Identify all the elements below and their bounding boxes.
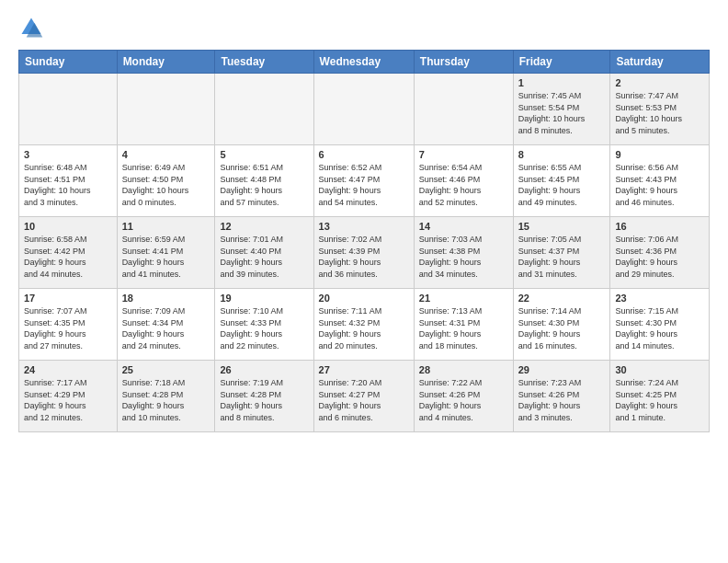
day-number: 28 <box>419 364 508 375</box>
calendar-day: 30Sunrise: 7:24 AM Sunset: 4:25 PM Dayli… <box>610 361 710 432</box>
day-info: Sunrise: 6:55 AM Sunset: 4:45 PM Dayligh… <box>518 162 606 208</box>
day-number: 19 <box>220 293 308 304</box>
day-info: Sunrise: 7:23 AM Sunset: 4:26 PM Dayligh… <box>518 377 606 423</box>
calendar-day: 5Sunrise: 6:51 AM Sunset: 4:48 PM Daylig… <box>215 145 313 217</box>
header-day: Monday <box>117 51 215 74</box>
day-info: Sunrise: 6:54 AM Sunset: 4:46 PM Dayligh… <box>419 162 508 208</box>
day-info: Sunrise: 7:01 AM Sunset: 4:40 PM Dayligh… <box>220 234 308 280</box>
day-number: 4 <box>122 149 210 160</box>
day-number: 30 <box>615 364 704 375</box>
calendar-day: 18Sunrise: 7:09 AM Sunset: 4:34 PM Dayli… <box>117 289 215 361</box>
day-info: Sunrise: 6:56 AM Sunset: 4:43 PM Dayligh… <box>615 162 704 208</box>
day-number: 2 <box>615 77 704 88</box>
calendar-day: 8Sunrise: 6:55 AM Sunset: 4:45 PM Daylig… <box>513 145 610 217</box>
header-day: Sunday <box>19 51 118 74</box>
day-number: 3 <box>24 149 112 160</box>
calendar-day: 22Sunrise: 7:14 AM Sunset: 4:30 PM Dayli… <box>513 289 610 361</box>
day-number: 6 <box>319 149 409 160</box>
calendar-day <box>19 74 118 145</box>
day-number: 21 <box>419 293 508 304</box>
calendar-day: 16Sunrise: 7:06 AM Sunset: 4:36 PM Dayli… <box>610 217 710 289</box>
day-info: Sunrise: 7:09 AM Sunset: 4:34 PM Dayligh… <box>122 305 210 351</box>
day-info: Sunrise: 6:51 AM Sunset: 4:48 PM Dayligh… <box>220 162 308 208</box>
calendar-day: 11Sunrise: 6:59 AM Sunset: 4:41 PM Dayli… <box>117 217 215 289</box>
header-day: Thursday <box>414 51 513 74</box>
day-info: Sunrise: 7:11 AM Sunset: 4:32 PM Dayligh… <box>319 305 409 351</box>
logo <box>18 15 48 40</box>
day-number: 13 <box>319 221 409 232</box>
day-number: 27 <box>319 364 409 375</box>
logo-icon <box>18 15 44 40</box>
calendar-day: 28Sunrise: 7:22 AM Sunset: 4:26 PM Dayli… <box>414 361 513 432</box>
calendar-week: 10Sunrise: 6:58 AM Sunset: 4:42 PM Dayli… <box>19 217 710 289</box>
calendar-header: SundayMondayTuesdayWednesdayThursdayFrid… <box>19 51 710 74</box>
header-day: Friday <box>513 51 610 74</box>
day-number: 20 <box>319 293 409 304</box>
calendar-day <box>215 74 313 145</box>
day-info: Sunrise: 7:47 AM Sunset: 5:53 PM Dayligh… <box>615 90 704 136</box>
day-number: 18 <box>122 293 210 304</box>
calendar-day: 26Sunrise: 7:19 AM Sunset: 4:28 PM Dayli… <box>215 361 313 432</box>
day-number: 15 <box>518 221 606 232</box>
day-info: Sunrise: 7:02 AM Sunset: 4:39 PM Dayligh… <box>319 234 409 280</box>
calendar-day: 29Sunrise: 7:23 AM Sunset: 4:26 PM Dayli… <box>513 361 610 432</box>
day-info: Sunrise: 7:20 AM Sunset: 4:27 PM Dayligh… <box>319 377 409 423</box>
calendar-day: 17Sunrise: 7:07 AM Sunset: 4:35 PM Dayli… <box>19 289 118 361</box>
day-number: 24 <box>24 364 112 375</box>
calendar-day: 21Sunrise: 7:13 AM Sunset: 4:31 PM Dayli… <box>414 289 513 361</box>
day-info: Sunrise: 7:14 AM Sunset: 4:30 PM Dayligh… <box>518 305 606 351</box>
calendar-day: 7Sunrise: 6:54 AM Sunset: 4:46 PM Daylig… <box>414 145 513 217</box>
calendar-week: 17Sunrise: 7:07 AM Sunset: 4:35 PM Dayli… <box>19 289 710 361</box>
day-number: 1 <box>518 77 606 88</box>
calendar-table: SundayMondayTuesdayWednesdayThursdayFrid… <box>18 50 710 432</box>
day-info: Sunrise: 6:52 AM Sunset: 4:47 PM Dayligh… <box>319 162 409 208</box>
calendar-week: 24Sunrise: 7:17 AM Sunset: 4:29 PM Dayli… <box>19 361 710 432</box>
day-number: 16 <box>615 221 704 232</box>
day-info: Sunrise: 7:45 AM Sunset: 5:54 PM Dayligh… <box>518 90 606 136</box>
calendar-day: 25Sunrise: 7:18 AM Sunset: 4:28 PM Dayli… <box>117 361 215 432</box>
calendar-body: 1Sunrise: 7:45 AM Sunset: 5:54 PM Daylig… <box>19 74 710 432</box>
day-info: Sunrise: 7:24 AM Sunset: 4:25 PM Dayligh… <box>615 377 704 423</box>
calendar-day: 4Sunrise: 6:49 AM Sunset: 4:50 PM Daylig… <box>117 145 215 217</box>
calendar-day: 24Sunrise: 7:17 AM Sunset: 4:29 PM Dayli… <box>19 361 118 432</box>
day-info: Sunrise: 7:07 AM Sunset: 4:35 PM Dayligh… <box>24 305 112 351</box>
day-number: 11 <box>122 221 210 232</box>
header-day: Tuesday <box>215 51 313 74</box>
day-info: Sunrise: 7:10 AM Sunset: 4:33 PM Dayligh… <box>220 305 308 351</box>
header <box>18 15 710 40</box>
calendar-day <box>414 74 513 145</box>
calendar-day: 13Sunrise: 7:02 AM Sunset: 4:39 PM Dayli… <box>313 217 414 289</box>
header-day: Wednesday <box>313 51 414 74</box>
day-info: Sunrise: 7:05 AM Sunset: 4:37 PM Dayligh… <box>518 234 606 280</box>
day-number: 25 <box>122 364 210 375</box>
calendar-day: 19Sunrise: 7:10 AM Sunset: 4:33 PM Dayli… <box>215 289 313 361</box>
day-number: 5 <box>220 149 308 160</box>
calendar-day: 6Sunrise: 6:52 AM Sunset: 4:47 PM Daylig… <box>313 145 414 217</box>
day-info: Sunrise: 7:15 AM Sunset: 4:30 PM Dayligh… <box>615 305 704 351</box>
day-number: 26 <box>220 364 308 375</box>
day-number: 8 <box>518 149 606 160</box>
day-info: Sunrise: 7:19 AM Sunset: 4:28 PM Dayligh… <box>220 377 308 423</box>
calendar-day: 20Sunrise: 7:11 AM Sunset: 4:32 PM Dayli… <box>313 289 414 361</box>
calendar-day: 12Sunrise: 7:01 AM Sunset: 4:40 PM Dayli… <box>215 217 313 289</box>
calendar-week: 1Sunrise: 7:45 AM Sunset: 5:54 PM Daylig… <box>19 74 710 145</box>
day-number: 29 <box>518 364 606 375</box>
page: SundayMondayTuesdayWednesdayThursdayFrid… <box>0 0 728 442</box>
day-number: 22 <box>518 293 606 304</box>
day-info: Sunrise: 7:18 AM Sunset: 4:28 PM Dayligh… <box>122 377 210 423</box>
calendar-day: 23Sunrise: 7:15 AM Sunset: 4:30 PM Dayli… <box>610 289 710 361</box>
day-number: 10 <box>24 221 112 232</box>
day-info: Sunrise: 6:58 AM Sunset: 4:42 PM Dayligh… <box>24 234 112 280</box>
day-info: Sunrise: 7:06 AM Sunset: 4:36 PM Dayligh… <box>615 234 704 280</box>
header-day: Saturday <box>610 51 710 74</box>
calendar-day: 2Sunrise: 7:47 AM Sunset: 5:53 PM Daylig… <box>610 74 710 145</box>
calendar-day: 10Sunrise: 6:58 AM Sunset: 4:42 PM Dayli… <box>19 217 118 289</box>
calendar-day: 9Sunrise: 6:56 AM Sunset: 4:43 PM Daylig… <box>610 145 710 217</box>
calendar-week: 3Sunrise: 6:48 AM Sunset: 4:51 PM Daylig… <box>19 145 710 217</box>
calendar-day <box>313 74 414 145</box>
day-info: Sunrise: 6:48 AM Sunset: 4:51 PM Dayligh… <box>24 162 112 208</box>
day-number: 9 <box>615 149 704 160</box>
day-number: 12 <box>220 221 308 232</box>
day-info: Sunrise: 7:22 AM Sunset: 4:26 PM Dayligh… <box>419 377 508 423</box>
day-info: Sunrise: 7:17 AM Sunset: 4:29 PM Dayligh… <box>24 377 112 423</box>
